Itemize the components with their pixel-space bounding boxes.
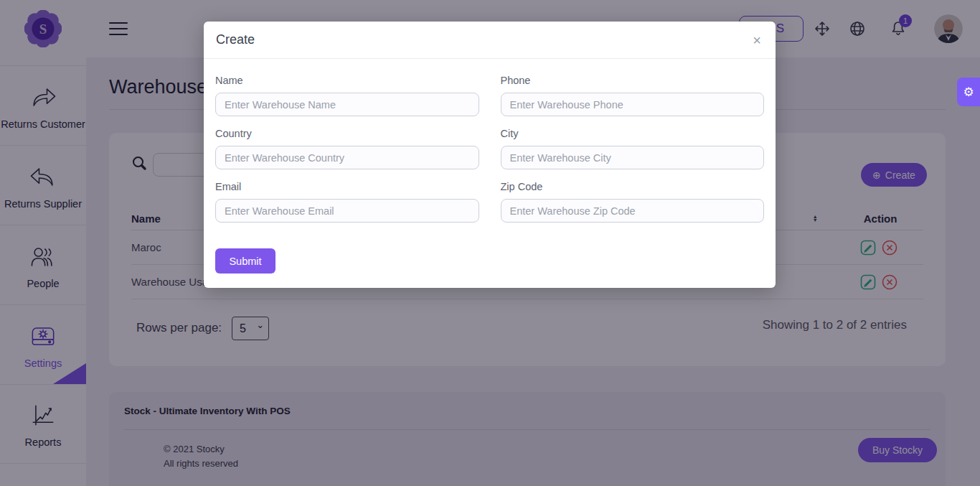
phone-label: Phone xyxy=(501,75,765,86)
close-icon[interactable]: × xyxy=(745,29,768,52)
name-field-group: Name xyxy=(215,75,479,116)
modal-body: Name Phone Country City Email Zip Code S… xyxy=(204,59,776,288)
modal-title: Create xyxy=(216,32,255,47)
phone-field-group: Phone xyxy=(501,75,765,116)
city-label: City xyxy=(501,128,765,139)
country-field-group: Country xyxy=(215,128,479,169)
warehouse-city-input[interactable] xyxy=(501,146,765,169)
warehouse-email-input[interactable] xyxy=(215,199,479,223)
create-warehouse-modal: Create × Name Phone Country City Email Z… xyxy=(204,22,776,288)
city-field-group: City xyxy=(501,128,765,169)
zip-label: Zip Code xyxy=(501,181,765,192)
warehouse-zip-input[interactable] xyxy=(501,199,765,223)
email-field-group: Email xyxy=(215,181,479,223)
settings-fab-button[interactable]: ⚙ xyxy=(957,78,980,106)
country-label: Country xyxy=(215,128,479,139)
submit-button[interactable]: Submit xyxy=(215,248,275,274)
warehouse-country-input[interactable] xyxy=(215,146,479,169)
warehouse-name-input[interactable] xyxy=(215,93,479,116)
name-label: Name xyxy=(215,75,479,86)
modal-header: Create × xyxy=(204,22,776,59)
email-label: Email xyxy=(215,181,479,192)
gear-icon: ⚙ xyxy=(963,85,974,100)
zip-field-group: Zip Code xyxy=(501,181,765,223)
warehouse-phone-input[interactable] xyxy=(501,93,765,116)
